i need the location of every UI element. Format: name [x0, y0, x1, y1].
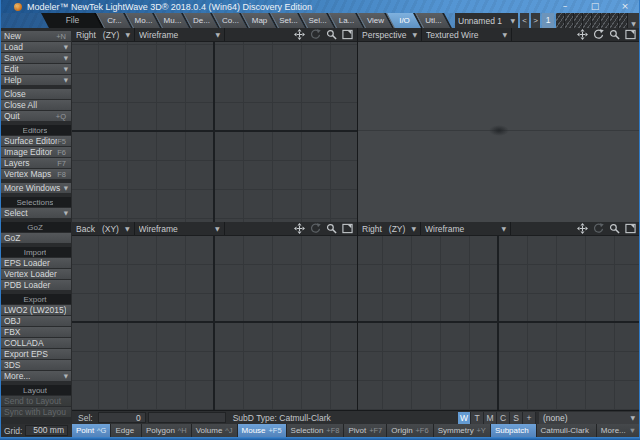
layer-slot[interactable]: [565, 13, 574, 28]
sidebar-item[interactable]: FBX: [1, 327, 71, 337]
view-type-dropdown[interactable]: Right (ZY) ▼: [358, 222, 421, 235]
maximize-viewport-icon[interactable]: [625, 223, 636, 234]
rotate-icon[interactable]: [310, 29, 321, 40]
sidebar-item[interactable]: 3DS: [1, 360, 71, 370]
layer-slot[interactable]: [592, 13, 601, 28]
shading-dropdown[interactable]: Wireframe ▼: [421, 222, 511, 235]
sel-count-field[interactable]: 0: [98, 412, 146, 423]
layer-slot[interactable]: [574, 13, 583, 28]
tab[interactable]: La...: [332, 13, 361, 28]
sidebar-item[interactable]: New +N: [1, 31, 71, 41]
object-selector[interactable]: Unnamed 1 ▼: [455, 13, 518, 28]
layer-slot[interactable]: [601, 13, 610, 28]
shading-dropdown[interactable]: Wireframe ▼: [135, 222, 225, 235]
sidebar-item[interactable]: More Windows ▼: [1, 183, 71, 193]
sidebar-item[interactable]: Close All: [1, 100, 71, 110]
sidebar-item[interactable]: Quit +Q: [1, 111, 71, 121]
sidebar-item[interactable]: LWO2 (LW2015): [1, 305, 71, 315]
maximize-viewport-icon[interactable]: [342, 223, 353, 234]
sidebar-item[interactable]: OBJ: [1, 316, 71, 326]
mode-button[interactable]: Polygon ^H: [142, 424, 191, 437]
view-type-dropdown[interactable]: Right (ZY) ▼: [72, 28, 135, 41]
viewport-canvas-right[interactable]: [72, 42, 357, 222]
sidebar-item[interactable]: COLLADA: [1, 338, 71, 348]
viewport-canvas-perspective[interactable]: [358, 42, 640, 222]
mode-button[interactable]: Point ^G: [72, 424, 110, 437]
sidebar-item[interactable]: GoZ: [1, 233, 71, 243]
sidebar-item[interactable]: Close: [1, 89, 71, 99]
viewport-canvas-right-2[interactable]: [358, 236, 640, 410]
vmap-type-button[interactable]: W: [458, 412, 471, 424]
layer-slot[interactable]: [619, 13, 628, 28]
rotate-icon[interactable]: [310, 223, 321, 234]
rotate-icon[interactable]: [593, 29, 604, 40]
tab[interactable]: Utl...: [419, 13, 448, 28]
sidebar-item[interactable]: Load ▼: [1, 42, 71, 52]
tab[interactable]: I/O: [390, 13, 419, 28]
tab[interactable]: Co...: [216, 13, 245, 28]
pan-icon[interactable]: [294, 29, 305, 40]
pan-icon[interactable]: [294, 223, 305, 234]
vmap-type-button[interactable]: T: [471, 412, 484, 424]
sidebar-item[interactable]: Surface Editor F5: [1, 136, 71, 146]
zoom-icon[interactable]: [326, 29, 337, 40]
mode-button[interactable]: Origin +F6: [387, 424, 432, 437]
layer-list-dropdown[interactable]: ▼: [628, 13, 639, 28]
sidebar-item[interactable]: Image Editor F6: [1, 147, 71, 157]
mode-button[interactable]: Pivot +F7: [344, 424, 386, 437]
tab[interactable]: Mu...: [158, 13, 187, 28]
tab[interactable]: Mo...: [129, 13, 158, 28]
tab[interactable]: Sel...: [303, 13, 332, 28]
vmap-type-button[interactable]: S: [510, 412, 523, 424]
sidebar-item[interactable]: Vertex Maps F8: [1, 169, 71, 179]
shading-dropdown[interactable]: Wireframe ▼: [135, 28, 225, 41]
mode-button[interactable]: Catmull-Clark: [537, 424, 596, 437]
vmap-selector[interactable]: (none) ▼: [539, 412, 639, 424]
layer-slot[interactable]: [583, 13, 592, 28]
sidebar-item[interactable]: PDB Loader: [1, 280, 71, 290]
rotate-icon[interactable]: [593, 223, 604, 234]
vmap-type-button[interactable]: +: [523, 412, 536, 424]
view-type-dropdown[interactable]: Back (XY) ▼: [72, 222, 135, 235]
maximize-viewport-icon[interactable]: [625, 29, 636, 40]
zoom-icon[interactable]: [609, 223, 620, 234]
current-layer-badge[interactable]: 1: [542, 13, 554, 28]
prev-layer-button[interactable]: <: [520, 13, 529, 28]
sidebar-item[interactable]: Vertex Loader: [1, 269, 71, 279]
mode-button[interactable]: Symmetry +Y: [434, 424, 490, 437]
tab[interactable]: View: [361, 13, 390, 28]
tab[interactable]: Set...: [274, 13, 303, 28]
sidebar-item[interactable]: EPS Loader: [1, 258, 71, 268]
tab[interactable]: Map: [245, 13, 274, 28]
sidebar-item[interactable]: Layers F7: [1, 158, 71, 168]
mode-button[interactable]: Volume ^J: [192, 424, 237, 437]
mode-button[interactable]: Subpatch: [491, 424, 536, 437]
sidebar-item[interactable]: Select ▼: [1, 208, 71, 218]
maximize-button[interactable]: □: [580, 0, 610, 13]
pan-icon[interactable]: [577, 223, 588, 234]
view-type-dropdown[interactable]: Perspective ▼: [358, 28, 422, 41]
shading-dropdown[interactable]: Textured Wire ▼: [422, 28, 512, 41]
mode-button[interactable]: Edge: [111, 424, 141, 437]
tab-file[interactable]: File: [45, 13, 100, 28]
close-button[interactable]: ×: [610, 0, 640, 13]
zoom-icon[interactable]: [326, 223, 337, 234]
sidebar-item[interactable]: Save ▼: [1, 53, 71, 63]
mode-button[interactable]: Mouse +F5: [238, 424, 286, 437]
sidebar-item[interactable]: Export EPS: [1, 349, 71, 359]
viewport-canvas-back[interactable]: [72, 236, 357, 410]
layer-slot[interactable]: [610, 13, 619, 28]
tab[interactable]: De...: [187, 13, 216, 28]
pan-icon[interactable]: [577, 29, 588, 40]
sidebar-item[interactable]: More... ▼: [1, 371, 71, 381]
layer-slot[interactable]: [556, 13, 565, 28]
mode-button[interactable]: Selection +F8: [287, 424, 344, 437]
vmap-type-button[interactable]: M: [484, 412, 497, 424]
maximize-viewport-icon[interactable]: [342, 29, 353, 40]
zoom-icon[interactable]: [609, 29, 620, 40]
vmap-type-button[interactable]: C: [497, 412, 510, 424]
tab[interactable]: Cr...: [100, 13, 129, 28]
sidebar-item[interactable]: Edit ▼: [1, 64, 71, 74]
mode-button[interactable]: More... ▼: [597, 424, 640, 437]
minimize-button[interactable]: –: [550, 0, 580, 13]
